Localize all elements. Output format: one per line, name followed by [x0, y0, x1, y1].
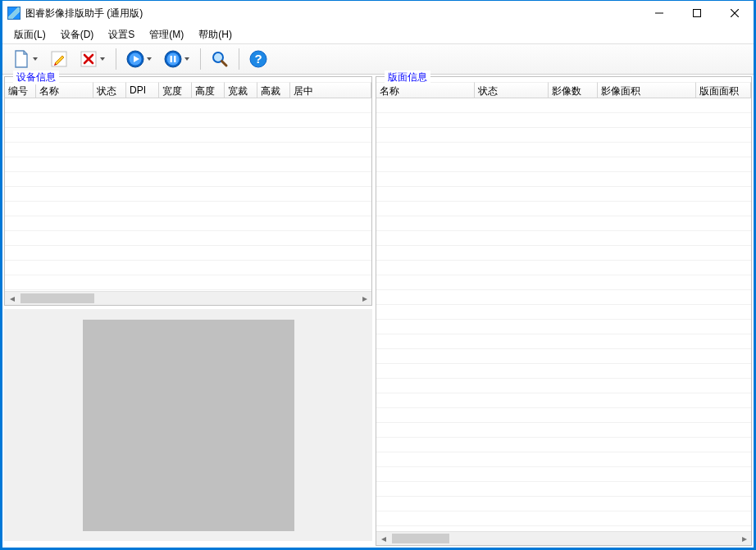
scroll-right-icon[interactable]: ▸: [358, 292, 371, 305]
document-icon: [11, 49, 31, 69]
chevron-down-icon: [183, 56, 191, 62]
preview-panel: [4, 309, 372, 541]
help-button[interactable]: ?: [244, 47, 272, 71]
toolbar-separator: [200, 48, 201, 70]
maximize-button[interactable]: [678, 1, 716, 25]
scroll-track[interactable]: [19, 292, 358, 305]
pause-button[interactable]: [159, 47, 195, 71]
close-button[interactable]: [716, 1, 754, 25]
menu-label: 管理(M): [149, 29, 184, 40]
menubar: 版面(L) 设备(D) 设置S 管理(M) 帮助(H): [2, 25, 754, 43]
toolbar: ?: [2, 43, 754, 75]
svg-rect-0: [694, 10, 701, 17]
menu-device[interactable]: 设备(D): [54, 26, 101, 43]
menu-label: 设置S: [108, 29, 134, 40]
svg-point-6: [167, 53, 180, 66]
client-area: 设备信息 编号 名称 状态 DPI 宽度 高度 宽裁 高裁 居中: [2, 75, 754, 548]
layout-hscrollbar[interactable]: ◂ ▸: [376, 531, 751, 545]
col-imgarea[interactable]: 影像面积: [598, 82, 696, 98]
col-layoutarea[interactable]: 版面面积: [696, 82, 751, 98]
col-center[interactable]: 居中: [290, 82, 371, 98]
menu-label: 版面(L): [14, 29, 46, 40]
svg-text:?: ?: [254, 52, 262, 66]
minimize-button[interactable]: [640, 1, 678, 25]
scroll-thumb[interactable]: [20, 293, 94, 303]
play-button[interactable]: [121, 47, 157, 71]
play-circle-icon: [125, 49, 145, 69]
right-column: 版面信息 名称 状态 影像数 影像面积 版面面积 ◂: [376, 76, 752, 546]
menu-label: 帮助(H): [198, 29, 232, 40]
scroll-left-icon[interactable]: ◂: [376, 532, 390, 545]
layout-table-header: 名称 状态 影像数 影像面积 版面面积: [376, 82, 751, 98]
left-column: 设备信息 编号 名称 状态 DPI 宽度 高度 宽裁 高裁 居中: [4, 76, 372, 546]
device-hscrollbar[interactable]: ◂ ▸: [5, 291, 371, 305]
preview-canvas: [83, 320, 294, 531]
col-status[interactable]: 状态: [93, 82, 126, 98]
magnifier-icon: [210, 49, 230, 69]
minimize-icon: [655, 9, 663, 17]
chevron-down-icon: [31, 56, 39, 62]
window-title: 图睿影像排版助手 (通用版): [25, 7, 143, 20]
gridlines: [376, 98, 751, 531]
pause-circle-icon: [163, 49, 183, 69]
menu-manage[interactable]: 管理(M): [143, 26, 190, 43]
titlebar: 图睿影像排版助手 (通用版): [2, 1, 754, 25]
menu-settings[interactable]: 设置S: [102, 26, 141, 43]
search-button[interactable]: [206, 47, 234, 71]
layout-panel-title: 版面信息: [385, 70, 430, 84]
layout-table-body[interactable]: [376, 98, 751, 531]
maximize-icon: [693, 9, 701, 17]
delete-button[interactable]: [75, 47, 111, 71]
col-name[interactable]: 名称: [36, 82, 93, 98]
edit-button[interactable]: [45, 47, 73, 71]
delete-x-icon: [79, 49, 98, 69]
layout-info-panel: 版面信息 名称 状态 影像数 影像面积 版面面积 ◂: [376, 76, 752, 546]
col-id[interactable]: 编号: [5, 82, 36, 98]
device-info-panel: 设备信息 编号 名称 状态 DPI 宽度 高度 宽裁 高裁 居中: [4, 76, 372, 306]
scroll-thumb[interactable]: [392, 534, 449, 543]
help-circle-icon: ?: [248, 49, 268, 69]
col-height[interactable]: 高度: [192, 82, 225, 98]
app-window: 图睿影像排版助手 (通用版) 版面(L) 设备(D) 设置S 管理(M) 帮助(…: [2, 0, 754, 548]
col-croph[interactable]: 高裁: [257, 82, 290, 98]
menu-label: 设备(D): [61, 29, 94, 40]
pencil-icon: [49, 49, 69, 69]
app-icon: [7, 7, 20, 20]
device-table-body[interactable]: [5, 98, 371, 291]
toolbar-separator: [239, 48, 239, 70]
menu-layout[interactable]: 版面(L): [7, 26, 52, 43]
chevron-down-icon: [98, 56, 107, 62]
scroll-right-icon[interactable]: ▸: [737, 532, 751, 545]
device-panel-title: 设备信息: [13, 70, 59, 84]
col-status[interactable]: 状态: [475, 82, 549, 98]
col-cropw[interactable]: 宽裁: [225, 82, 257, 98]
col-name[interactable]: 名称: [376, 82, 475, 98]
chevron-down-icon: [145, 56, 153, 62]
col-imgcount[interactable]: 影像数: [549, 82, 598, 98]
close-icon: [731, 9, 739, 17]
svg-rect-7: [171, 56, 173, 62]
svg-rect-8: [174, 56, 176, 62]
toolbar-separator: [116, 48, 116, 70]
device-table-header: 编号 名称 状态 DPI 宽度 高度 宽裁 高裁 居中: [5, 82, 371, 98]
scroll-track[interactable]: [390, 532, 737, 545]
menu-help[interactable]: 帮助(H): [192, 26, 239, 43]
col-dpi[interactable]: DPI: [126, 82, 159, 98]
scroll-left-icon[interactable]: ◂: [5, 292, 19, 305]
col-width[interactable]: 宽度: [159, 82, 192, 98]
new-button[interactable]: [7, 47, 43, 71]
gridlines: [5, 98, 371, 291]
